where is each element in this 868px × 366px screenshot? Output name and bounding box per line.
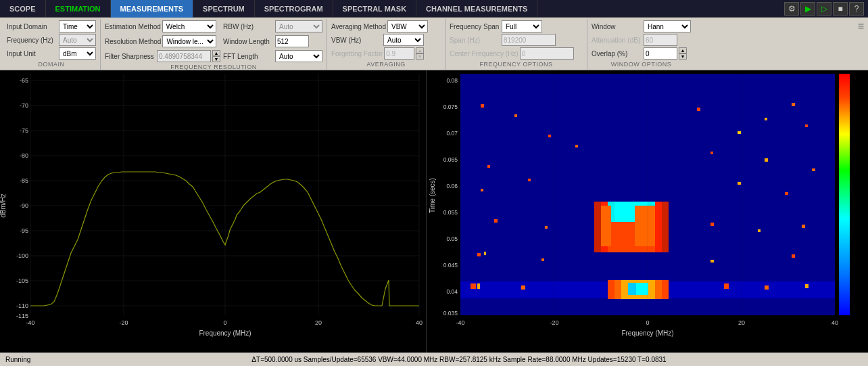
- nav-scope[interactable]: SCOPE: [0, 0, 46, 18]
- svg-rect-57: [792, 103, 795, 106]
- frequency-span-select[interactable]: Full: [502, 20, 542, 32]
- overlap-label: Overlap (%): [592, 50, 642, 58]
- svg-text:Time (secs): Time (secs): [429, 178, 436, 213]
- domain-frequency-row: Frequency (Hz) Auto: [7, 34, 96, 46]
- forgetting-factor-up[interactable]: ▲: [416, 47, 424, 53]
- fft-length-select[interactable]: Auto: [275, 50, 322, 62]
- window-length-row: Window Length: [223, 35, 322, 47]
- svg-rect-62: [710, 152, 713, 154]
- spectrogram-chart[interactable]: 0.08 0.075 0.07 0.065 0.06 0.055 0.05 0.…: [427, 70, 868, 352]
- nav-measurements[interactable]: MEASUREMENTS: [111, 0, 194, 18]
- spectrum-y-label: dBm/Hz: [0, 193, 7, 218]
- nav-channel-measurements[interactable]: CHANNEL MEASUREMENTS: [416, 0, 537, 18]
- center-freq-label: Center Frequency (Hz): [450, 50, 519, 58]
- estimation-method-select[interactable]: Welch: [162, 20, 216, 32]
- svg-rect-51: [635, 206, 655, 246]
- averaging-group: Averaging Method VBW VBW (Hz) Auto Forge…: [327, 19, 445, 70]
- filter-sharpness-input[interactable]: [157, 50, 211, 62]
- filter-sharpness-down[interactable]: ▼: [212, 56, 220, 62]
- spectrogram-svg: 0.08 0.075 0.07 0.065 0.06 0.055 0.05 0.…: [427, 70, 855, 339]
- nav-spectrogram[interactable]: SPECTROGRAM: [255, 0, 333, 18]
- svg-rect-75: [477, 253, 481, 256]
- forgetting-factor-input[interactable]: [384, 47, 414, 60]
- svg-text:Frequency (MHz): Frequency (MHz): [621, 329, 673, 337]
- nav-btn-help[interactable]: ?: [849, 2, 864, 16]
- frequency-span-row: Frequency Span Full: [450, 20, 583, 32]
- vbw-label: VBW (Hz): [331, 37, 382, 44]
- svg-text:-115: -115: [16, 313, 28, 319]
- overlap-down[interactable]: ▼: [679, 53, 687, 60]
- svg-rect-64: [487, 165, 490, 168]
- svg-text:0: 0: [223, 319, 226, 326]
- spectrum-chart[interactable]: -65 -70 -75 -80 -85 -90 -95 -100 -105 -1…: [0, 70, 427, 352]
- svg-rect-59: [738, 131, 741, 134]
- panel-resize-handle[interactable]: ≡: [858, 20, 864, 32]
- svg-rect-53: [481, 104, 484, 108]
- svg-text:0.075: 0.075: [443, 104, 458, 110]
- domain-section-label: DOMAIN: [7, 61, 96, 68]
- svg-rect-77: [792, 254, 795, 258]
- main-content: -65 -70 -75 -80 -85 -90 -95 -100 -105 -1…: [0, 70, 868, 352]
- svg-rect-65: [812, 168, 815, 171]
- nav-btn-settings[interactable]: ⚙: [784, 2, 799, 16]
- svg-rect-56: [765, 118, 767, 120]
- svg-rect-41: [477, 283, 480, 289]
- svg-rect-63: [765, 158, 768, 162]
- input-domain-select[interactable]: Time: [59, 20, 96, 32]
- svg-text:0.08: 0.08: [446, 77, 458, 84]
- attenuation-input[interactable]: [644, 34, 677, 46]
- svg-text:20: 20: [315, 319, 322, 326]
- freq-resolution-group: Estimation Method Welch Resolution Metho…: [101, 19, 327, 73]
- overlap-row: Overlap (%) ▲ ▼: [592, 47, 691, 60]
- averaging-method-select[interactable]: VBW: [387, 20, 428, 32]
- nav-btn-stop[interactable]: ■: [833, 2, 848, 16]
- overlap-up[interactable]: ▲: [679, 47, 687, 53]
- status-info: ΔT=500.0000 us Samples/Update=65536 VBW=…: [55, 356, 863, 363]
- svg-text:0.055: 0.055: [443, 209, 458, 216]
- vbw-row: VBW (Hz) Auto: [331, 34, 441, 46]
- status-running: Running: [5, 356, 53, 363]
- nav-spectrum[interactable]: SPECTRUM: [193, 0, 255, 18]
- nav-estimation[interactable]: ESTIMATION: [46, 0, 111, 18]
- svg-text:-90: -90: [20, 202, 28, 209]
- nav-btn-play-once[interactable]: ▷: [817, 2, 831, 16]
- svg-rect-78: [541, 258, 544, 261]
- svg-text:-20: -20: [119, 319, 128, 326]
- input-unit-select[interactable]: dBm: [59, 47, 96, 60]
- averaging-section-label: AVERAGING: [331, 61, 441, 68]
- svg-text:-40: -40: [456, 319, 464, 326]
- forgetting-factor-down[interactable]: ▼: [416, 53, 424, 60]
- estimation-method-row: Estimation Method Welch: [105, 20, 220, 32]
- span-hz-input[interactable]: [502, 34, 556, 46]
- status-bar: Running ΔT=500.0000 us Samples/Update=65…: [0, 352, 868, 366]
- svg-text:0.06: 0.06: [446, 183, 458, 189]
- rbw-select[interactable]: Auto: [275, 20, 322, 32]
- forgetting-factor-row: Forgetting Factor ▲ ▼: [331, 47, 441, 60]
- window-length-input[interactable]: [275, 35, 309, 47]
- overlap-input[interactable]: [644, 47, 677, 60]
- svg-text:40: 40: [416, 319, 423, 326]
- svg-text:20: 20: [738, 319, 745, 326]
- frequency-hz-select[interactable]: Auto: [59, 34, 96, 46]
- span-hz-label: Span (Hz): [450, 37, 500, 44]
- spectrum-svg: -65 -70 -75 -80 -85 -90 -95 -100 -105 -1…: [0, 70, 426, 339]
- window-label: Window: [592, 23, 642, 30]
- svg-rect-42: [521, 285, 525, 290]
- svg-rect-52: [601, 206, 611, 246]
- resolution-method-select[interactable]: Window le...: [162, 35, 216, 47]
- svg-rect-102: [839, 74, 850, 315]
- rbw-label: RBW (Hz): [223, 23, 274, 30]
- svg-rect-70: [494, 219, 498, 223]
- filter-sharpness-up[interactable]: ▲: [212, 50, 220, 56]
- center-freq-input[interactable]: [520, 47, 574, 60]
- svg-rect-39: [628, 283, 636, 295]
- svg-text:-80: -80: [20, 152, 28, 159]
- svg-text:-75: -75: [20, 127, 28, 134]
- window-select[interactable]: Hann: [644, 20, 691, 32]
- span-hz-row: Span (Hz): [450, 34, 583, 46]
- nav-btn-play[interactable]: ▶: [800, 2, 815, 16]
- resolution-method-label: Resolution Method: [105, 38, 161, 45]
- nav-spectral-mask[interactable]: SPECTRAL MASK: [333, 0, 417, 18]
- svg-rect-60: [548, 135, 551, 137]
- vbw-select[interactable]: Auto: [383, 34, 424, 46]
